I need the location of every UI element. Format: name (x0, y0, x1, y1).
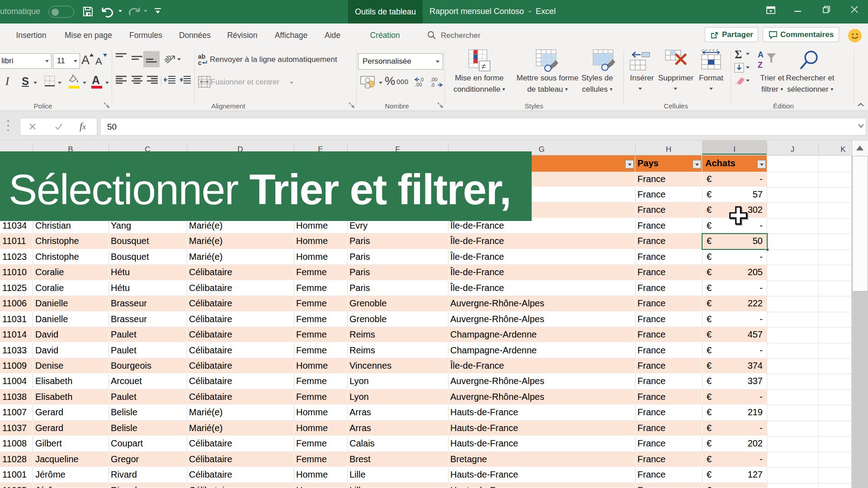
svg-text:c: c (198, 59, 202, 66)
svg-text:Z: Z (758, 61, 763, 70)
svg-text:,00: ,00 (415, 82, 422, 87)
svg-text:,0: ,0 (430, 82, 434, 87)
svg-text:A: A (758, 50, 764, 59)
svg-text:,00: ,00 (430, 77, 437, 82)
svg-text:≠: ≠ (481, 62, 486, 71)
